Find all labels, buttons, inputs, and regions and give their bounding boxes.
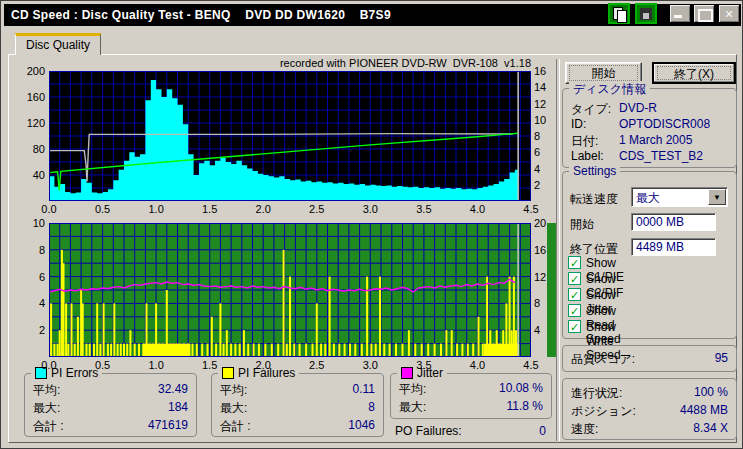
x-axis-tick: 2.5 [303,203,331,215]
right-axis-tick: 10 [534,114,558,126]
left-axis-tick: 200 [17,65,45,77]
app-window: CD Speed : Disc Quality Test - BENQ DVD … [0,0,743,449]
left-axis-tick: 40 [17,169,45,181]
right-axis-tick: 2 [534,179,558,191]
left-axis-tick: 8 [17,244,45,256]
po-failures-row: PO Failures: 0 [395,424,546,440]
speed-label: 速度: [571,421,598,438]
pi-failures-max-value: 8 [368,400,375,414]
transfer-speed-value: 最大 [636,190,660,207]
settings-title: Settings [569,164,620,178]
pi-errors-max-value: 184 [168,400,188,414]
disc-id-value: OPTODISCR008 [619,117,710,131]
x-axis-tick: 1.0 [142,203,170,215]
x-axis-tick: 1.5 [196,359,224,371]
start-position-field[interactable]: 0000 MB [631,213,716,231]
start-position-label: 開始 [570,216,594,233]
position-value: 4488 MB [680,403,728,417]
x-axis-tick: 0.5 [89,203,117,215]
disc-label-label: Label: [571,149,604,163]
pi-failures-total-label: 合計 : [220,418,251,435]
left-axis-tick: 80 [17,143,45,155]
transfer-speed-select[interactable]: 最大 ▼ [631,187,728,207]
pi-failures-swatch [222,367,234,379]
x-axis-tick: 0.0 [35,203,63,215]
jitter-avg-label: 平均: [399,381,426,398]
right-axis-tick: 8 [534,130,558,142]
left-axis-tick: 4 [17,297,45,309]
minimize-button[interactable] [669,4,691,23]
x-axis-tick: 3.5 [410,203,438,215]
disc-id-label: ID: [571,117,586,131]
pi-failures-jitter-chart [49,223,531,357]
progress-value: 100 % [694,385,728,399]
x-axis-tick: 1.0 [142,359,170,371]
right-axis-tick: 12 [534,271,558,283]
left-axis-tick: 160 [17,91,45,103]
start-button-label: 開始 [569,65,638,81]
position-label: ポジション: [571,403,636,420]
checkbox-check-icon: ✓ [568,272,581,285]
right-axis-tick: 12 [534,98,558,110]
quality-score-box: 品質スコア:95 [562,345,737,372]
pi-errors-chart [49,71,531,201]
pi-failures-avg-value: 0.11 [353,382,375,396]
pi-failures-statbox: PI Failures 平均:0.11 最大:8 合計 :1046 [211,373,384,437]
x-axis-tick: 0.0 [35,359,63,371]
right-axis-tick: 16 [534,65,558,77]
jitter-max-value: 11.8 % [507,399,543,413]
x-axis-tick: 4.5 [517,359,545,371]
pi-failures-total-value: 1046 [348,418,375,432]
right-axis-tick: 16 [534,244,558,256]
jitter-avg-value: 10.08 % [499,381,543,395]
right-axis-tick: 14 [534,81,558,93]
pi-errors-avg-label: 平均: [33,382,60,399]
disc-info-group: ディスク情報 タイプ:DVD-R ID:OPTODISCR008 日付:1 Ma… [562,88,737,168]
pi-errors-total-value: 471619 [148,418,188,432]
exit-button-label: 終了(X) [657,66,731,80]
copy-icon[interactable] [608,3,630,24]
disc-type-value: DVD-R [619,101,657,115]
close-button[interactable]: ✕ [718,4,740,23]
maximize-button[interactable] [693,4,715,23]
pi-errors-avg-value: 32.49 [158,382,188,396]
window-title: CD Speed : Disc Quality Test - BENQ DVD … [4,8,391,22]
x-axis-tick: 2.5 [303,359,331,371]
x-axis-tick: 1.5 [196,203,224,215]
x-axis-tick: 4.0 [463,203,491,215]
checkbox-check-icon: ✓ [568,304,581,317]
quality-score-value: 95 [715,351,728,365]
title-bar[interactable]: CD Speed : Disc Quality Test - BENQ DVD … [4,4,741,26]
checkbox-check-icon: ✓ [568,320,581,333]
recorded-with-text: recorded with PIONEER DVD-RW DVR-108 v1.… [231,57,531,69]
disc-date-value: 1 March 2005 [619,133,692,147]
checkbox-check-icon: ✓ [568,256,581,269]
progress-box: 進行状況:100 % ポジション:4488 MB 速度:8.34 X [562,378,737,440]
left-axis-tick: 10 [17,217,45,229]
x-axis-tick: 2.0 [249,359,277,371]
chevron-down-icon[interactable]: ▼ [708,189,726,205]
left-axis-tick: 120 [17,117,45,129]
exit-button[interactable]: 終了(X) [652,62,736,84]
tab-label: Disc Quality [26,38,90,52]
x-axis-tick: 4.0 [463,359,491,371]
disc-label-value: CDS_TEST_B2 [619,149,703,163]
pi-errors-max-label: 最大: [33,400,60,417]
start-position-value: 0000 MB [636,215,684,229]
right-axis-tick: 4 [534,163,558,175]
tab-disc-quality[interactable]: Disc Quality [15,33,101,55]
jitter-max-label: 最大: [399,399,426,416]
disc-type-label: タイプ: [571,101,611,118]
x-axis-tick: 3.0 [356,359,384,371]
x-axis-tick: 4.5 [517,203,545,215]
transfer-speed-label: 転送速度 [570,191,618,208]
end-position-field[interactable]: 4489 MB [631,238,716,256]
left-axis-tick: 2 [17,324,45,336]
speed-value: 8.34 X [693,421,728,435]
right-axis-tick: 8 [534,297,558,309]
disc-info-title: ディスク情報 [569,81,650,98]
end-position-value: 4489 MB [636,240,684,254]
save-icon[interactable] [635,3,657,24]
progress-label: 進行状況: [571,385,622,402]
x-axis-tick: 2.0 [249,203,277,215]
